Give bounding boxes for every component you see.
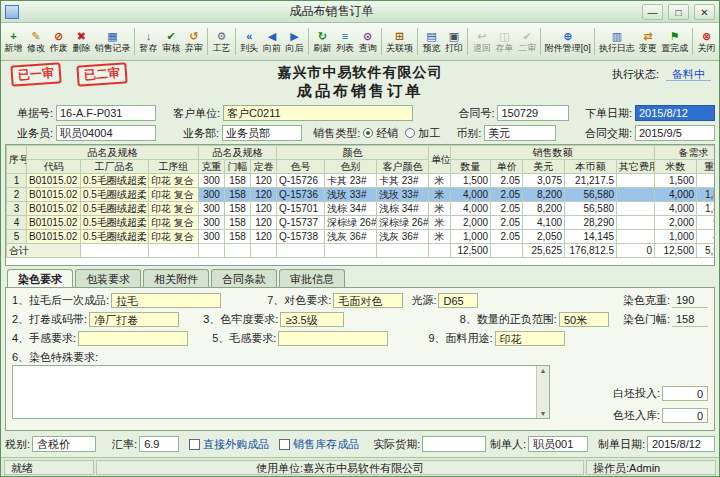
grid-cell[interactable]: 1,896 [697,202,715,216]
grid-cell[interactable]: 深棕绿 26# [377,216,429,230]
dept-field[interactable]: 业务员部 [222,125,302,141]
pile-feel-field[interactable] [278,331,388,346]
grid-cell[interactable]: B01015.02 [27,188,81,202]
grid-cell[interactable]: Q-15736 [277,188,325,202]
color-match-field[interactable]: 毛面对色 [333,293,403,308]
close-window-button[interactable]: ✕ [694,4,715,20]
grid-cell[interactable] [617,174,655,188]
fastness-field[interactable]: ≥3.5级 [280,312,344,327]
grid-cell[interactable]: 300 [199,216,225,230]
special-dye-textarea[interactable]: ▲ ▼ [12,365,550,419]
scroll-down-icon[interactable]: ▼ [540,410,547,417]
grid-cell[interactable]: B01015.02 [27,174,81,188]
grid-cell[interactable]: B01015.02 [27,202,81,216]
grid-cell[interactable] [617,202,655,216]
grid-cell[interactable]: 0.5毛圈绒超柔 [81,230,149,244]
contract-no-field[interactable]: 150729 [497,105,569,121]
grid-cell[interactable]: Q-15738 [277,230,325,244]
toolbar-button-temp-save[interactable]: ↓暂存 [137,24,160,59]
grid-cell[interactable]: 卡其 23# [377,174,429,188]
direct-purchase-checkbox[interactable] [189,439,200,450]
make-date-field[interactable]: 2015/8/12 [647,436,715,452]
grid-cell[interactable]: 300 [199,230,225,244]
grid-cell[interactable]: 浅棕 34# [325,202,377,216]
toolbar-button-process[interactable]: ⚙工艺 [210,24,233,59]
maker-field[interactable]: 职员001 [528,436,588,452]
grid-cell[interactable]: 浅玫 33# [377,188,429,202]
toolbar-button-set-complete[interactable]: ⚑置完成 [659,24,690,59]
grid-cell[interactable]: 印花 复合 [149,202,199,216]
grid-cell[interactable]: 158 [225,230,251,244]
currency-field[interactable]: 美元 [484,125,556,141]
grid-cell[interactable]: 2.05 [491,216,523,230]
grid-cell[interactable]: 深棕绿 26# [325,216,377,230]
grid-cell[interactable]: 印花 复合 [149,216,199,230]
maximize-button[interactable]: □ [668,4,689,20]
grid-cell[interactable]: 120 [251,174,277,188]
grid-cell[interactable]: 0.5毛圈绒超柔 [81,174,149,188]
grid-cell[interactable]: 948 [697,216,715,230]
grid-cell[interactable]: Q-15737 [277,216,325,230]
grid-cell[interactable]: Q-15701 [277,202,325,216]
grid-cell[interactable]: 2,050 [523,230,565,244]
grid-cell[interactable]: 300 [199,188,225,202]
toolbar-button-audit[interactable]: ✔审核 [160,24,183,59]
toolbar-button-save-doc[interactable]: ◫存单 [493,24,516,59]
qty-tolerance-field[interactable]: 50米 [559,312,609,327]
grid-cell[interactable]: 3 [7,202,27,216]
toolbar-button-exec-log[interactable]: ▥执行日志 [597,24,636,59]
grid-cell[interactable]: 300 [199,202,225,216]
grid-cell[interactable]: 浅灰 36# [325,230,377,244]
toolbar-button-void[interactable]: ⊘作废 [47,24,70,59]
grid-cell[interactable]: 474 [697,230,715,244]
grid-cell[interactable]: 米 [429,174,451,188]
exchange-rate-field[interactable]: 6.9 [139,436,179,452]
grid-cell[interactable]: 4 [7,216,27,230]
grid-cell[interactable]: 2,000 [655,216,697,230]
grid-cell[interactable]: 1 [7,174,27,188]
grid-cell[interactable]: 米 [429,230,451,244]
grid-cell[interactable]: 印花 复合 [149,230,199,244]
fabric-use-field[interactable]: 印花 [495,331,565,346]
toolbar-button-query[interactable]: ⊙查询 [356,24,379,59]
grid-cell[interactable]: B01015.02 [27,216,81,230]
grid-cell[interactable]: 3,075 [523,174,565,188]
grid-cell[interactable]: 120 [251,230,277,244]
tab-dye[interactable]: 染色要求 [7,269,73,287]
minimize-button[interactable]: — [642,4,663,20]
grid-cell[interactable] [617,230,655,244]
contract-delivery-field[interactable]: 2015/9/5 [635,125,715,141]
toolbar-button-sales-record[interactable]: ▦销售记录 [93,24,132,59]
grid-cell[interactable]: 8,200 [523,202,565,216]
doc-no-field[interactable]: 16-A.F-P031 [56,105,156,121]
grid-cell[interactable] [617,216,655,230]
tab-packing[interactable]: 包装要求 [75,269,141,287]
toolbar-button-related[interactable]: ⊞关联项 [384,24,415,59]
grid-cell[interactable]: 2,000 [451,216,491,230]
grid-cell[interactable]: 2.05 [491,230,523,244]
grid-cell[interactable]: 4,000 [451,188,491,202]
grid-cell[interactable]: 0.5毛圈绒超柔 [81,202,149,216]
grid-cell[interactable]: 0.5毛圈绒超柔 [81,188,149,202]
grid-cell[interactable]: 1,000 [655,230,697,244]
light-source-field[interactable]: D65 [438,293,478,308]
hand-feel-field[interactable] [78,331,188,346]
grid-cell[interactable]: 120 [251,202,277,216]
brush-finish-field[interactable]: 拉毛 [111,293,221,308]
tab-terms[interactable]: 合同条款 [211,269,277,287]
grid-cell[interactable]: 2.05 [491,188,523,202]
grid-cell[interactable]: 2 [7,188,27,202]
grid-cell[interactable]: 711 [697,174,715,188]
greige-input-field[interactable]: 0 [662,386,708,401]
toolbar-button-preview[interactable]: ▤预览 [420,24,443,59]
toolbar-button-close[interactable]: ⊗关闭 [695,24,718,59]
grid-cell[interactable]: 4,000 [655,188,697,202]
order-date-field[interactable]: 2015/8/12 [635,105,715,121]
grid-cell[interactable]: 浅棕 34# [377,202,429,216]
salesman-field[interactable]: 职员04004 [56,125,156,141]
grid-cell[interactable]: 卡其 23# [325,174,377,188]
grid-cell[interactable]: 28,290 [565,216,617,230]
grid-cell[interactable]: 4,000 [451,202,491,216]
grid-cell[interactable]: 浅灰 36# [377,230,429,244]
toolbar-button-unaudit[interactable]: ↺弃审 [183,24,206,59]
